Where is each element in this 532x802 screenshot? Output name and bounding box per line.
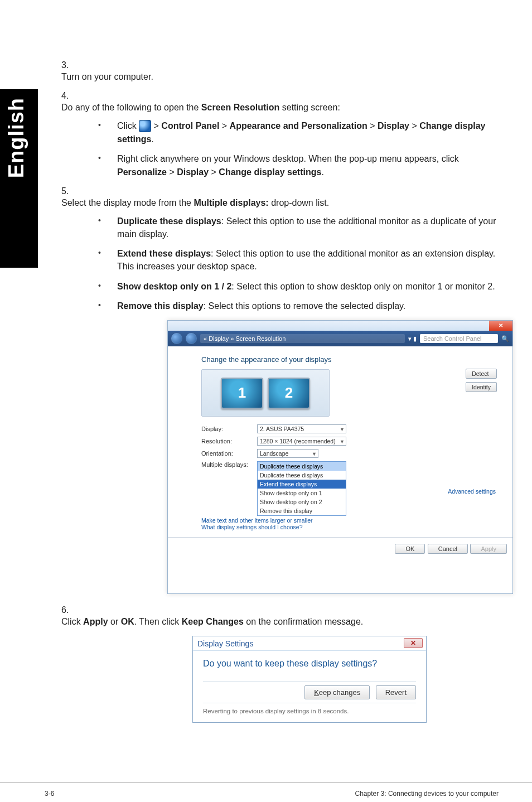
revert-button[interactable]: Revert [376, 685, 416, 699]
step-number: 4. [61, 91, 87, 101]
text: Click [61, 617, 83, 626]
link-help[interactable]: What display settings should I choose? [201, 524, 496, 530]
btn-text: eep changes [319, 688, 360, 697]
step-text: Turn on your computer. [61, 70, 474, 83]
label-orientation: Orientation: [201, 450, 252, 457]
text: > [167, 167, 177, 177]
form-rows: Display: 2. ASUS PA4375▼ Resolution: 128… [201, 424, 496, 530]
search-input[interactable]: Search Control Panel [420, 334, 498, 343]
text-bold: Appearance and Personalization [230, 121, 367, 131]
text-bold: Screen Resolution [201, 103, 279, 112]
monitor-icon[interactable]: 1 [221, 378, 263, 409]
label-multiple-displays: Multiple displays: [201, 461, 252, 468]
text: Do any of the following to open the [61, 103, 201, 112]
text: setting screen: [279, 103, 340, 112]
text: on the confirmation message. [244, 617, 363, 626]
text-bold: Display [177, 167, 209, 177]
dropdown-option[interactable]: Show desktop only on 1 [258, 489, 346, 497]
sidebar-tab: English [0, 89, 38, 268]
text: : Select this option to show desktop onl… [231, 282, 495, 291]
text: Click [117, 121, 139, 131]
dropdown-selected: Duplicate these displays [258, 462, 346, 471]
text-bold: Keep Changes [182, 617, 244, 626]
page-footer: 3-6 Chapter 3: Connecting devices to you… [0, 782, 532, 783]
content: 3. Turn on your computer. 4. Do any of t… [61, 60, 502, 731]
window-frame: ✕ « Display » Screen Resolution ▾ ▮ Sear… [167, 320, 513, 594]
dropdown-option[interactable]: Extend these displays [258, 480, 346, 489]
cancel-button[interactable]: Cancel [428, 544, 468, 554]
substep: Duplicate these displays: Select this op… [87, 215, 502, 240]
text: > [409, 121, 419, 131]
language-label: English [4, 98, 33, 178]
text-bold: Show desktop only on 1 / 2 [117, 282, 231, 291]
dialog-frame: Display Settings ✕ Do you want to keep t… [192, 636, 427, 723]
substep: Extend these displays: Select this optio… [87, 247, 502, 273]
display-dropdown[interactable]: 2. ASUS PA4375▼ [257, 424, 346, 433]
forward-button[interactable] [186, 333, 197, 344]
apply-button[interactable]: Apply [470, 544, 507, 554]
start-icon [139, 120, 151, 132]
keep-changes-button[interactable]: Keep changes [304, 685, 370, 699]
close-icon[interactable]: ✕ [404, 638, 423, 648]
link-text-size[interactable]: Make text and other items larger or smal… [201, 517, 496, 524]
advanced-settings-link[interactable]: Advanced settings [448, 488, 496, 495]
dialog-title: Display Settings ✕ [193, 636, 426, 651]
dropdown-option[interactable]: Remove this display [258, 506, 346, 515]
step-number: 6. [61, 605, 87, 615]
text: : Select this options to remove the sele… [204, 301, 406, 311]
panel-body: Change the appearance of your displays 1… [168, 346, 512, 593]
orientation-dropdown[interactable]: Landscape▼ [257, 449, 318, 458]
substep: Right click anywhere on your Windows des… [87, 152, 502, 178]
dropdown-option[interactable]: Duplicate these displays [258, 471, 346, 480]
text: . [151, 134, 153, 144]
text: . [321, 167, 323, 177]
page: English 3. Turn on your computer. 4. Do … [0, 0, 532, 802]
text: . Then click [134, 617, 182, 626]
page-number: 3-6 [45, 790, 54, 798]
step-number: 5. [61, 186, 87, 196]
step-text: Do any of the following to open the Scre… [61, 101, 474, 114]
dropdown-option[interactable]: Show desktop only on 2 [258, 497, 346, 506]
text: > [151, 121, 161, 131]
label-resolution: Resolution: [201, 438, 252, 445]
ok-button[interactable]: OK [395, 544, 425, 554]
substep: Show desktop only on 1 / 2: Select this … [87, 280, 502, 293]
text-bold: Control Panel [161, 121, 219, 131]
text-bold: Change display settings [219, 167, 321, 177]
text-bold: Display [378, 121, 409, 131]
text: drop-down list. [269, 198, 330, 207]
detect-button[interactable]: Detect [466, 369, 497, 379]
back-button[interactable] [171, 333, 182, 344]
panel-heading: Change the appearance of your displays [201, 355, 496, 364]
multiple-displays-dropdown[interactable]: Duplicate these displays Duplicate these… [257, 461, 346, 516]
display-preview: 1 2 [201, 369, 330, 417]
text-bold: Duplicate these displays [117, 216, 221, 226]
close-icon[interactable]: ✕ [489, 321, 512, 331]
text-bold: Multiple displays: [194, 198, 268, 207]
substep: Remove this display: Select this options… [87, 299, 502, 312]
text: Right click anywhere on your Windows des… [117, 154, 459, 163]
text: > [219, 121, 229, 131]
figure-display-settings: Display Settings ✕ Do you want to keep t… [192, 636, 427, 723]
substep: Click > Control Panel > Appearance and P… [87, 119, 502, 146]
resolution-dropdown[interactable]: 1280 × 1024 (recommended)▼ [257, 437, 346, 446]
window-titlebar: ✕ [168, 321, 512, 331]
text: > [209, 167, 219, 177]
text-bold: Apply [83, 617, 108, 626]
countdown-text: Reverting to previous display settings i… [203, 703, 416, 714]
text-bold: Personalize [117, 167, 167, 177]
step-text: Select the display mode from the Multipl… [61, 196, 474, 209]
dialog-question: Do you want to keep these display settin… [203, 659, 416, 669]
step-number: 3. [61, 60, 87, 70]
text: or [108, 617, 121, 626]
step-text: Click Apply or OK. Then click Keep Chang… [61, 615, 474, 628]
text-bold: Extend these displays [117, 249, 211, 258]
text: > [367, 121, 378, 131]
identify-button[interactable]: Identify [466, 382, 497, 392]
monitor-icon[interactable]: 2 [268, 378, 310, 409]
label-display: Display: [201, 426, 252, 432]
nav-bar: « Display » Screen Resolution ▾ ▮ Search… [168, 331, 512, 346]
figure-screen-resolution: ✕ « Display » Screen Resolution ▾ ▮ Sear… [167, 320, 513, 594]
text: Select the display mode from the [61, 198, 194, 207]
breadcrumb[interactable]: « Display » Screen Resolution [200, 334, 405, 343]
